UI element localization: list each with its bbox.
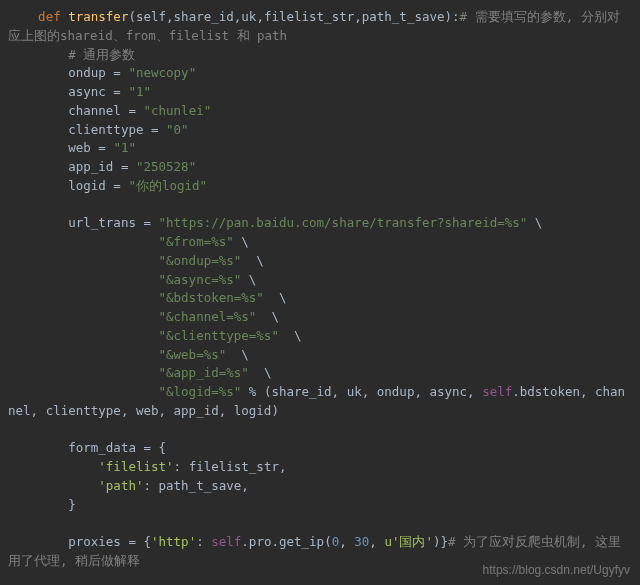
assign-url-trans: url_trans = "https://pan.baidu.com/share… <box>8 215 542 399</box>
comment-common: # 通用参数 <box>68 47 135 62</box>
function-name: transfer <box>68 9 128 24</box>
keyword-def: def <box>38 9 61 24</box>
assign-channel: channel = "chunlei" <box>68 103 211 118</box>
assign-clienttype: clienttype = "0" <box>68 122 188 137</box>
code-block: def transfer(self,share_id,uk,filelist_s… <box>0 8 640 571</box>
assign-app-id: app_id = "250528" <box>68 159 196 174</box>
assign-async: async = "1" <box>68 84 151 99</box>
self-keyword: self <box>482 384 512 399</box>
assign-logid: logid = "你的logid" <box>68 178 207 193</box>
watermark: https://blog.csdn.net/Ugyfyv <box>483 561 630 579</box>
params: self,share_id,uk,filelist_str,path_t_sav… <box>136 9 445 24</box>
assign-web: web = "1" <box>68 140 136 155</box>
assign-ondup: ondup = "newcopy" <box>68 65 196 80</box>
line-def: def transfer(self,share_id,uk,filelist_s… <box>8 9 620 43</box>
assign-proxies: proxies = {'http': self.pro.get_ip(0, 30… <box>68 534 448 549</box>
assign-form-data: form_data = { 'filelist': filelist_str, … <box>8 440 286 511</box>
